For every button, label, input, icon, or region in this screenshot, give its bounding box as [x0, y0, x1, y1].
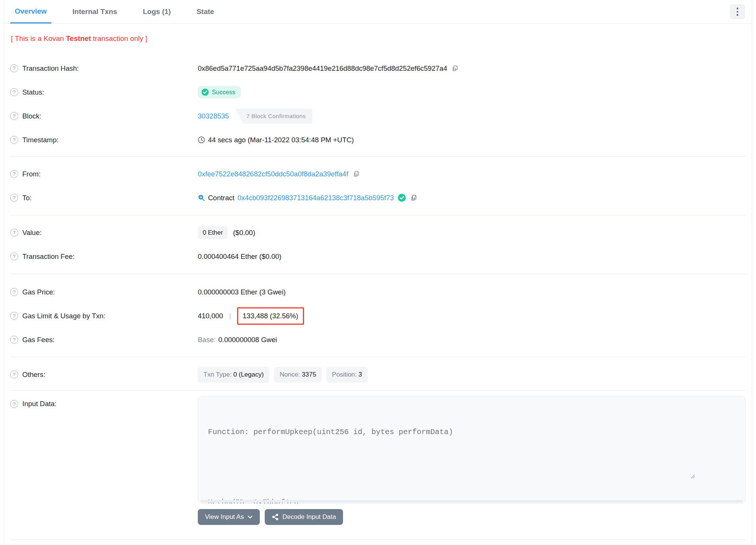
block-number-link[interactable]: 30328535	[198, 112, 229, 120]
input-data-label: Input Data:	[22, 400, 57, 408]
section-from-to: From: 0xfee7522e8482682cf50ddc50a0f8da2a…	[10, 156, 746, 215]
resize-grip-icon[interactable]	[690, 450, 744, 502]
base-fee-value: 0.000000008 Gwei	[218, 336, 277, 344]
timestamp-value: 44 secs ago (Mar-11-2022 03:54:48 PM +UT…	[208, 136, 354, 144]
transaction-fee-value: 0.000400464 Ether ($0.00)	[198, 252, 281, 261]
row-gas-fees: Gas Fees: Base: 0.000000008 Gwei	[10, 328, 746, 352]
help-icon[interactable]	[10, 400, 18, 408]
section-hash-status: Transaction Hash: 0x86ed5a771e725aa94d5b…	[10, 49, 746, 156]
copy-icon[interactable]	[352, 170, 360, 178]
decode-input-data-button[interactable]: Decode Input Data	[265, 509, 343, 525]
gas-limit-value: 410,000	[198, 312, 223, 320]
row-block: Block: 30328535 7 Block Confirmations	[10, 104, 746, 128]
clock-icon	[198, 136, 205, 143]
others-label: Others:	[22, 371, 45, 379]
nonce-badge: Nonce: 3375	[274, 367, 321, 383]
help-icon[interactable]	[10, 112, 18, 120]
row-transaction-fee: Transaction Fee: 0.000400464 Ether ($0.0…	[10, 244, 746, 268]
tab-state[interactable]: State	[192, 0, 219, 23]
tab-logs[interactable]: Logs (1)	[138, 0, 175, 23]
from-address-link[interactable]: 0xfee7522e8482682cf50ddc50a0f8da2a39effa…	[198, 170, 348, 178]
highlight-box: 133,488 (32.56%)	[237, 307, 304, 325]
separator: |	[229, 312, 231, 320]
block-label: Block:	[22, 112, 41, 120]
tab-bar: Overview Internal Txns Logs (1) State	[4, 0, 752, 24]
search-plus-icon[interactable]	[198, 194, 205, 201]
gas-limit-label: Gas Limit & Usage by Txn:	[22, 312, 106, 320]
verified-contract-icon	[398, 194, 406, 202]
kebab-menu-button[interactable]	[730, 4, 745, 19]
check-circle-icon	[202, 89, 209, 96]
help-icon[interactable]	[10, 64, 18, 72]
transaction-hash-label: Transaction Hash:	[22, 64, 79, 73]
decode-icon	[272, 514, 279, 520]
block-confirmations-badge: 7 Block Confirmations	[235, 109, 312, 124]
gas-price-value: 0.000000003 Ether (3 Gwei)	[198, 288, 286, 296]
help-icon[interactable]	[10, 371, 18, 378]
chevron-down-icon	[248, 515, 253, 519]
row-transaction-hash: Transaction Hash: 0x86ed5a771e725aa94d5b…	[10, 56, 746, 80]
help-icon[interactable]	[10, 312, 18, 320]
function-signature: Function: performUpkeep(uint256 id, byte…	[208, 426, 736, 438]
testnet-notice: [ This is a Kovan Testnet transaction on…	[10, 24, 746, 49]
horizontal-scrollbar[interactable]	[200, 500, 743, 503]
value-usd: ($0.00)	[233, 229, 255, 237]
section-value-fee: Value: 0 Ether ($0.00) Transaction Fee: …	[10, 215, 746, 274]
gas-price-label: Gas Price:	[22, 288, 55, 296]
transaction-fee-label: Transaction Fee:	[22, 252, 75, 261]
tab-overview[interactable]: Overview	[10, 0, 51, 23]
to-address-link[interactable]: 0x4cb093f226983713164a62138c3f718a5b595f…	[238, 194, 394, 202]
help-icon[interactable]	[10, 88, 18, 96]
row-gas-price: Gas Price: 0.000000003 Ether (3 Gwei)	[10, 280, 746, 304]
bottom-divider	[10, 539, 746, 540]
row-to: To: Contract 0x4cb093f226983713164a62138…	[10, 186, 746, 210]
to-type: Contract	[208, 194, 234, 202]
base-fee-label: Base:	[198, 336, 216, 344]
transaction-card: Overview Internal Txns Logs (1) State [ …	[4, 0, 752, 545]
value-label: Value:	[22, 229, 42, 237]
input-actions: View Input As Decode Input Data	[198, 509, 746, 525]
value-amount-badge: 0 Ether	[198, 226, 228, 239]
help-icon[interactable]	[10, 170, 18, 178]
help-icon[interactable]	[10, 194, 18, 202]
tab-internal-txns[interactable]: Internal Txns	[68, 0, 122, 23]
help-icon[interactable]	[10, 136, 18, 144]
gas-usage-value: 133,488 (32.56%)	[243, 312, 298, 320]
section-gas: Gas Price: 0.000000003 Ether (3 Gwei) Ga…	[10, 274, 746, 357]
input-data-textarea[interactable]: Function: performUpkeep(uint256 id, byte…	[198, 396, 746, 504]
copy-icon[interactable]	[410, 194, 417, 202]
row-gas-limit-usage: Gas Limit & Usage by Txn: 410,000 | 133,…	[10, 304, 746, 328]
gas-fees-label: Gas Fees:	[22, 336, 54, 344]
status-badge: Success	[198, 86, 241, 98]
help-icon[interactable]	[10, 229, 18, 237]
view-input-as-button[interactable]: View Input As	[198, 509, 260, 525]
row-timestamp: Timestamp: 44 secs ago (Mar-11-2022 03:5…	[10, 128, 746, 152]
position-badge: Position: 3	[326, 367, 368, 383]
status-label: Status:	[22, 88, 44, 97]
to-label: To:	[22, 194, 32, 202]
from-label: From:	[22, 170, 40, 178]
help-icon[interactable]	[10, 252, 18, 260]
row-status: Status: Success	[10, 80, 746, 104]
txn-type-badge: Txn Type: 0 (Legacy)	[198, 367, 269, 383]
section-input-data: Input Data: Function: performUpkeep(uint…	[10, 390, 746, 539]
overview-panel: [ This is a Kovan Testnet transaction on…	[4, 24, 752, 540]
row-from: From: 0xfee7522e8482682cf50ddc50a0f8da2a…	[10, 162, 746, 186]
row-value: Value: 0 Ether ($0.00)	[10, 221, 746, 244]
help-icon[interactable]	[10, 336, 18, 344]
timestamp-label: Timestamp:	[22, 136, 59, 144]
row-input-data: Input Data: Function: performUpkeep(uint…	[10, 396, 746, 504]
row-others: Others: Txn Type: 0 (Legacy) Nonce: 3375…	[10, 363, 746, 386]
help-icon[interactable]	[10, 288, 18, 296]
transaction-hash-value: 0x86ed5a771e725aa94d5b7fa2398e4419e216d8…	[198, 64, 447, 73]
section-others: Others: Txn Type: 0 (Legacy) Nonce: 3375…	[10, 357, 746, 390]
copy-icon[interactable]	[451, 65, 458, 72]
